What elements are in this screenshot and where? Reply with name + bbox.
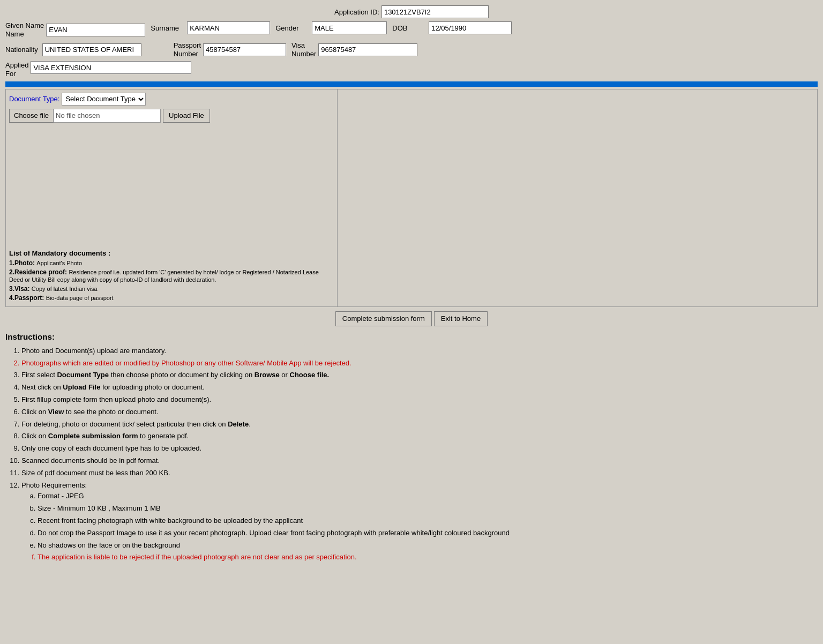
photo-req-e: No shadows on the face or on the backgro… [38,540,818,551]
instruction-9: Only one copy of each document type has … [21,443,818,454]
dob-input[interactable] [429,21,512,34]
instruction-6: Click on View to see the photo or docume… [21,407,818,418]
doc-type-select[interactable]: Select Document Type Photo Residence Pro… [62,93,146,106]
instructions-title: Instructions: [5,331,818,343]
visa-input[interactable] [318,43,417,56]
photo-req-f: The application is liable to be rejected… [38,552,818,563]
nationality-input[interactable] [42,43,141,56]
nationality-label: Nationality [5,46,38,54]
instruction-2: Photographs which are edited or modified… [21,358,818,369]
dob-label: DOB [392,24,424,32]
given-name-label: Given Name Name [5,21,44,38]
doc-type-row: Document Type: Select Document Type Phot… [9,93,334,106]
photo-req-c: Recent front facing photograph with whit… [38,515,818,527]
upload-file-button[interactable]: Upload File [163,109,210,123]
app-id-row: Application ID: [5,5,818,18]
given-name-input[interactable] [46,24,145,36]
buttons-row: Complete submission form Exit to Home [5,311,818,326]
preview-area [9,126,334,244]
doc-item-2: 2.Residence proof: Residence proof i.e. … [9,268,334,283]
instruction-10: Scanned documents should be in pdf forma… [21,455,818,467]
doc-item-4: 4.Passport: Bio-data page of passport [9,294,334,302]
file-input-row: Choose file No file chosen Upload File [9,109,334,123]
instruction-1: Photo and Document(s) upload are mandato… [21,346,818,357]
complete-submission-button[interactable]: Complete submission form [335,311,432,326]
doc-item-3: 3.Visa: Copy of latest Indian visa [9,285,334,293]
mandatory-docs-title: List of Mandatory documents : [9,249,334,257]
main-container: Application ID: Given Name Name Surname … [0,0,823,644]
instruction-11: Size of pdf document must be less than 2… [21,468,818,479]
photo-req-d: Do not crop the Passport Image to use it… [38,528,818,539]
instructions-list: Photo and Document(s) upload are mandato… [21,346,818,563]
applied-for-input[interactable] [31,61,191,74]
instruction-8: Click on Complete submission form to gen… [21,431,818,442]
instructions-section: Instructions: Photo and Document(s) uplo… [5,331,818,564]
surname-label: Surname [151,24,183,32]
gender-label: Gender [275,24,308,32]
choose-file-button[interactable]: Choose file [9,109,54,123]
passport-label: Passport Number [174,41,201,58]
passport-input[interactable] [203,43,286,56]
app-id-label: Application ID: [334,8,379,16]
applied-for-label: Applied For [5,61,28,78]
exit-to-home-button[interactable]: Exit to Home [434,311,488,326]
photo-req-b: Size - Minimum 10 KB , Maximum 1 MB [38,503,818,514]
instruction-4: Next click on Upload File for uploading … [21,382,818,393]
app-id-input[interactable] [381,5,489,18]
instruction-5: First fillup complete form then upload p… [21,394,818,406]
doc-item-1: 1.Photo: Applicant's Photo [9,259,334,267]
doc-upload-section: Document Type: Select Document Type Phot… [5,89,338,307]
photo-req-a: Format - JPEG [38,491,818,502]
right-panel [338,89,818,307]
blue-bar [5,81,818,87]
no-file-text: No file chosen [54,109,161,123]
surname-input[interactable] [187,21,270,34]
instruction-3: First select Document Type then choose p… [21,370,818,381]
gender-input[interactable] [312,21,387,34]
instruction-12: Photo Requirements: Format - JPEG Size -… [21,480,818,564]
photo-req-list: Format - JPEG Size - Minimum 10 KB , Max… [38,491,818,563]
doc-type-label: Document Type: [9,95,59,103]
instruction-7: For deleting, photo or document tick/ se… [21,419,818,430]
mandatory-docs-list: List of Mandatory documents : 1.Photo: A… [9,249,334,302]
visa-label: Visa Number [291,41,316,58]
